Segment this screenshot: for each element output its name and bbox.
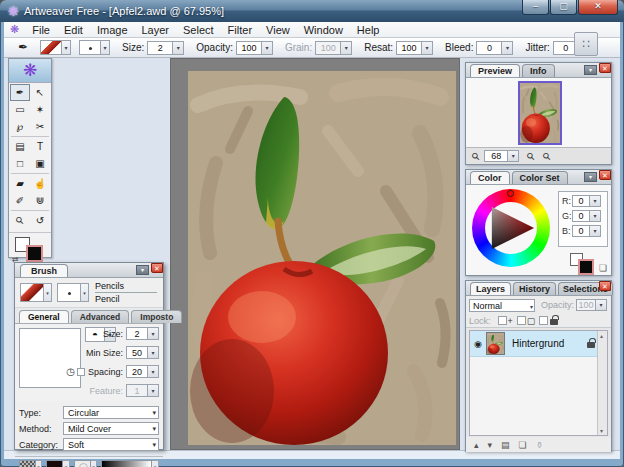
zoom-out-icon[interactable]: ⚲ (525, 150, 538, 163)
bleed-spinner[interactable]: ▾ (502, 41, 513, 55)
preview-zoom-spinner[interactable]: ▾ (508, 150, 519, 162)
tab-color-set[interactable]: Color Set (512, 171, 568, 184)
hue-ring[interactable] (472, 189, 550, 267)
lock-position-checkbox[interactable] (498, 316, 507, 325)
new-group-button[interactable]: ▤ (501, 438, 510, 452)
menu-image[interactable]: Image (90, 23, 135, 37)
size-spinner[interactable]: ▾ (173, 41, 184, 55)
brush-tool[interactable]: ✒ (10, 84, 30, 101)
brush-dialog-header[interactable]: Brush ✕ ▾ (15, 263, 163, 278)
stroke-preview-dropdown[interactable]: ▾ (101, 40, 110, 55)
lock-all-checkbox[interactable] (539, 316, 548, 325)
paper-texture-swatch[interactable] (19, 460, 36, 467)
spacing-input[interactable]: 20 (126, 365, 148, 378)
scroll-down-icon[interactable]: ▾ (600, 427, 603, 434)
brush-preset-thumb-dropdown[interactable]: ▾ (44, 283, 52, 302)
menu-window[interactable]: Window (297, 23, 350, 37)
preview-panel-menu-button[interactable]: ▾ (584, 65, 597, 75)
layer-row-hintergrund[interactable]: ◉ Hintergrund (470, 331, 607, 357)
title-bar[interactable]: ❋ Artweaver Free - [Apfel2.awd @ 67.95%]… (0, 0, 624, 22)
opacity-spinner[interactable]: ▾ (262, 41, 273, 55)
brush-preset-dropdown[interactable]: ▾ (62, 40, 71, 55)
green-spinner[interactable]: ▾ (590, 210, 601, 222)
toolbar-overflow-button[interactable]: ∷ (574, 32, 598, 56)
blend-mode-select[interactable]: Normal▾ (469, 299, 535, 312)
blue-spinner[interactable]: ▾ (590, 225, 601, 237)
min-size-spinner[interactable]: ▾ (148, 346, 159, 359)
red-spinner[interactable]: ▾ (590, 195, 601, 207)
lasso-tool[interactable]: ℘ (10, 118, 30, 135)
new-layer-button[interactable]: ❏ (519, 438, 527, 452)
eraser-tool[interactable]: ▰ (10, 175, 30, 192)
menu-edit[interactable]: Edit (57, 23, 90, 37)
method-select[interactable]: Mild Cover▾ (63, 422, 159, 435)
close-button[interactable]: ✕ (578, 0, 618, 15)
color-panel-close-icon[interactable]: ✕ (599, 170, 611, 180)
resat-input[interactable]: 100 (396, 41, 422, 55)
tab-general[interactable]: General (19, 310, 69, 323)
tab-color[interactable]: Color (470, 171, 510, 184)
brush-tip-dropdown[interactable]: ▾ (81, 283, 89, 302)
maximize-button[interactable]: ▢ (550, 0, 577, 15)
layer-visibility-icon[interactable]: ◉ (470, 339, 486, 349)
preview-zoom-input[interactable]: 68 (484, 150, 508, 162)
picker-tool[interactable]: ✐ (10, 192, 30, 209)
gradient-dropdown[interactable]: ▾ (152, 460, 159, 467)
brush-dialog-close-icon[interactable]: ✕ (151, 263, 163, 273)
zoom-tool[interactable]: ⚲ (10, 212, 30, 229)
brush-size-spinner[interactable]: ▾ (148, 327, 159, 340)
tab-advanced[interactable]: Advanced (71, 310, 130, 323)
gradient-swatch[interactable] (101, 460, 152, 467)
rect-select-tool[interactable]: ▭ (10, 101, 30, 118)
menu-help[interactable]: Help (350, 23, 387, 37)
rotate-tool[interactable]: ↺ (30, 212, 50, 229)
pattern-swatch[interactable] (46, 460, 63, 467)
layer-list-scrollbar[interactable]: ▴ ▾ (597, 331, 607, 435)
tab-layers[interactable]: Layers (470, 282, 511, 295)
crop-tool[interactable]: ✂ (30, 118, 50, 135)
brush-preset-button[interactable] (40, 40, 62, 55)
tab-preview[interactable]: Preview (470, 64, 520, 77)
brush-tip-thumb[interactable] (57, 283, 81, 302)
move-tool[interactable]: ↖ (30, 84, 50, 101)
nozzle-dropdown[interactable]: ▾ (91, 460, 98, 467)
lock-pixels-checkbox[interactable] (517, 316, 526, 325)
menu-select[interactable]: Select (176, 23, 221, 37)
blue-input[interactable]: 0 (572, 225, 590, 237)
magic-wand-tool[interactable]: ✶ (30, 101, 50, 118)
stamp-tool[interactable]: ▤ (10, 138, 30, 155)
brush-dialog-menu-button[interactable]: ▾ (136, 265, 149, 275)
spacing-spinner[interactable]: ▾ (148, 365, 159, 378)
panel-background-swatch[interactable] (578, 259, 594, 275)
layers-panel-close-icon[interactable]: ✕ (599, 281, 611, 291)
move-layer-down-button[interactable]: ▾ (488, 438, 493, 452)
preview-panel-close-icon[interactable]: ✕ (599, 63, 611, 73)
tab-imposto[interactable]: Imposto (131, 310, 182, 323)
resat-spinner[interactable]: ▾ (422, 41, 433, 55)
opacity-input[interactable]: 100 (236, 41, 262, 55)
menu-file[interactable]: File (25, 23, 57, 37)
pattern-dropdown[interactable]: ▾ (63, 460, 70, 467)
hue-marker[interactable] (507, 190, 514, 197)
spacing-checkbox[interactable] (77, 368, 85, 376)
stroke-preview-button[interactable] (79, 40, 101, 55)
rect-shape-tool[interactable]: □ (10, 155, 30, 172)
scroll-up-icon[interactable]: ▴ (600, 332, 603, 339)
type-select[interactable]: Circular▾ (63, 406, 159, 419)
text-tool[interactable]: T (30, 138, 50, 155)
green-input[interactable]: 0 (572, 210, 590, 222)
background-color-swatch[interactable] (26, 245, 43, 262)
min-size-input[interactable]: 50 (126, 346, 148, 359)
menu-layer[interactable]: Layer (135, 23, 177, 37)
rounded-shape-tool[interactable]: ▣ (30, 155, 50, 172)
move-layer-up-button[interactable]: ▴ (474, 438, 479, 452)
color-panel-menu-button[interactable]: ▾ (584, 172, 597, 182)
fill-tool[interactable]: ⋓ (30, 192, 50, 209)
zoom-in-icon[interactable]: ⚲ (540, 150, 553, 163)
tab-history[interactable]: History (513, 282, 556, 295)
paper-texture-dropdown[interactable]: ▾ (36, 460, 43, 467)
bleed-input[interactable]: 0 (476, 41, 502, 55)
size-input[interactable]: 2 (147, 41, 173, 55)
minimize-button[interactable]: – (522, 0, 549, 15)
smudge-tool[interactable]: ☝ (30, 175, 50, 192)
